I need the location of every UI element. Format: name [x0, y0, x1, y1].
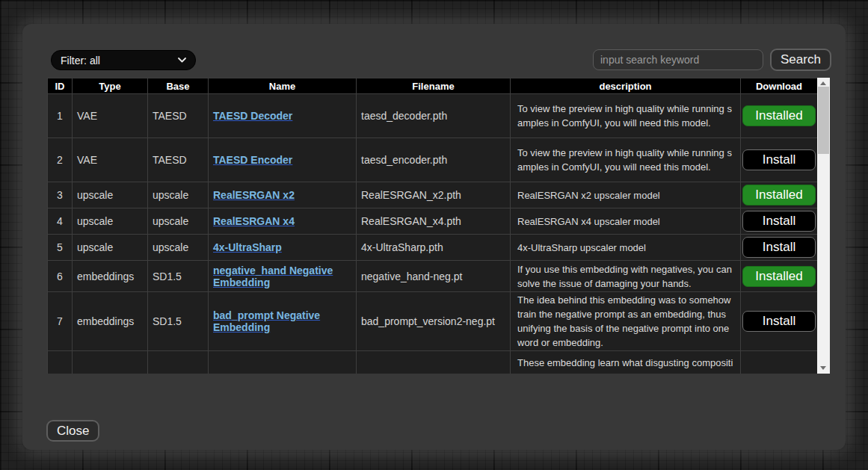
- cell-base: TAESD: [148, 138, 209, 182]
- scroll-up-arrow-icon[interactable]: [820, 81, 826, 85]
- cell-download: Install: [741, 138, 818, 182]
- install-button[interactable]: Install: [742, 211, 816, 232]
- model-link[interactable]: negative_hand Negative Embedding: [213, 265, 333, 288]
- cell-name: negative_hand Negative Embedding: [209, 261, 357, 292]
- model-link[interactable]: RealESRGAN x2: [213, 189, 295, 201]
- cell-base: [148, 351, 209, 374]
- cell-description: The idea behind this embedding was to so…: [511, 292, 741, 351]
- cell-name: TAESD Encoder: [209, 138, 357, 182]
- cell-filename: negative_hand-neg.pt: [357, 261, 511, 292]
- model-link[interactable]: bad_prompt Negative Embedding: [213, 309, 320, 333]
- cell-type: [73, 351, 148, 374]
- cell-filename: RealESRGAN_x4.pth: [357, 208, 511, 235]
- col-header-base: Base: [148, 78, 209, 94]
- col-header-id: ID: [48, 78, 73, 94]
- col-header-filename: Filename: [357, 78, 511, 94]
- cell-base: upscale: [148, 235, 209, 261]
- cell-base: TAESD: [148, 94, 209, 138]
- install-button[interactable]: Installed: [742, 185, 816, 205]
- cell-download: [741, 351, 818, 374]
- model-table: ID Type Base Name Filename description D…: [47, 78, 818, 374]
- table-row: These embedding learn what disgusting co…: [48, 351, 818, 374]
- close-button[interactable]: Close: [46, 420, 99, 442]
- install-button[interactable]: Install: [742, 149, 816, 170]
- cell-filename: RealESRGAN_x2.pth: [357, 182, 511, 208]
- cell-description: To view the preview in high quality whil…: [511, 94, 741, 138]
- cell-name: [209, 351, 357, 374]
- cell-type: VAE: [73, 94, 148, 138]
- cell-id: 1: [48, 94, 73, 138]
- cell-download: Install: [741, 235, 818, 261]
- cell-description: 4x-UltraSharp upscaler model: [511, 235, 741, 261]
- search-input[interactable]: [593, 49, 763, 70]
- table-row: 7 embeddings SD1.5 bad_prompt Negative E…: [48, 292, 818, 351]
- model-table-body: 1 VAE TAESD TAESD Decoder taesd_decoder.…: [48, 94, 818, 374]
- table-scrollbar[interactable]: [817, 78, 830, 374]
- cell-description: If you use this embedding with negatives…: [511, 261, 741, 292]
- cell-download: Installed: [741, 182, 818, 208]
- model-table-zone: ID Type Base Name Filename description D…: [47, 78, 830, 374]
- cell-description: These embedding learn what disgusting co…: [511, 351, 741, 374]
- cell-name: 4x-UltraSharp: [209, 235, 357, 261]
- cell-base: SD1.5: [148, 292, 209, 351]
- model-link[interactable]: 4x-UltraSharp: [213, 241, 282, 253]
- model-link[interactable]: TAESD Decoder: [213, 110, 292, 122]
- scroll-down-arrow-icon[interactable]: [820, 366, 826, 370]
- scrollbar-thumb[interactable]: [818, 87, 829, 154]
- install-button[interactable]: Installed: [742, 105, 816, 126]
- cell-filename: taesd_decoder.pth: [357, 94, 511, 138]
- cell-name: TAESD Decoder: [209, 94, 357, 138]
- cell-name: RealESRGAN x2: [209, 182, 357, 208]
- cell-name: RealESRGAN x4: [209, 208, 357, 235]
- cell-filename: taesd_encoder.pth: [357, 138, 511, 182]
- cell-id: 4: [48, 208, 73, 235]
- cell-base: upscale: [148, 182, 209, 208]
- cell-base: SD1.5: [148, 261, 209, 292]
- cell-type: upscale: [73, 235, 148, 261]
- chevron-down-icon: [178, 58, 186, 63]
- table-row: 5 upscale upscale 4x-UltraSharp 4x-Ultra…: [48, 235, 818, 261]
- cell-id: [48, 351, 73, 374]
- cell-id: 6: [48, 261, 73, 292]
- cell-type: embeddings: [73, 292, 148, 351]
- table-row: 1 VAE TAESD TAESD Decoder taesd_decoder.…: [48, 94, 818, 138]
- install-models-dialog: Filter: all Search ID Type Base Name Fil…: [22, 24, 846, 450]
- col-header-download: Download: [741, 78, 818, 94]
- col-header-type: Type: [73, 78, 148, 94]
- install-button[interactable]: Install: [742, 237, 816, 258]
- cell-base: upscale: [148, 208, 209, 235]
- cell-id: 5: [48, 235, 73, 261]
- col-header-description: description: [511, 78, 741, 94]
- filter-select-value: Filter: all: [61, 55, 100, 67]
- cell-name: bad_prompt Negative Embedding: [209, 292, 357, 351]
- cell-type: upscale: [73, 208, 148, 235]
- cell-download: Install: [741, 292, 818, 351]
- cell-download: Installed: [741, 94, 818, 138]
- cell-filename: 4x-UltraSharp.pth: [357, 235, 511, 261]
- cell-id: 2: [48, 138, 73, 182]
- cell-filename: [357, 351, 511, 374]
- table-row: 6 embeddings SD1.5 negative_hand Negativ…: [48, 261, 818, 292]
- table-row: 3 upscale upscale RealESRGAN x2 RealESRG…: [48, 182, 818, 208]
- cell-id: 3: [48, 182, 73, 208]
- table-header-row: ID Type Base Name Filename description D…: [48, 78, 818, 94]
- cell-type: upscale: [73, 182, 148, 208]
- cell-id: 7: [48, 292, 73, 351]
- table-row: 2 VAE TAESD TAESD Encoder taesd_encoder.…: [48, 138, 818, 182]
- cell-download: Install: [741, 208, 818, 235]
- table-row: 4 upscale upscale RealESRGAN x4 RealESRG…: [48, 208, 818, 235]
- install-button[interactable]: Installed: [742, 266, 816, 287]
- cell-description: To view the preview in high quality whil…: [511, 138, 741, 182]
- install-button[interactable]: Install: [742, 311, 816, 332]
- search-button[interactable]: Search: [770, 49, 831, 71]
- cell-description: RealESRGAN x4 upscaler model: [511, 208, 741, 235]
- model-link[interactable]: RealESRGAN x4: [213, 215, 295, 227]
- cell-description: RealESRGAN x2 upscaler model: [511, 182, 741, 208]
- cell-type: embeddings: [73, 261, 148, 292]
- model-link[interactable]: TAESD Encoder: [213, 154, 292, 166]
- cell-filename: bad_prompt_version2-neg.pt: [357, 292, 511, 351]
- col-header-name: Name: [209, 78, 357, 94]
- cell-type: VAE: [73, 138, 148, 182]
- cell-download: Installed: [741, 261, 818, 292]
- filter-select[interactable]: Filter: all: [51, 50, 196, 70]
